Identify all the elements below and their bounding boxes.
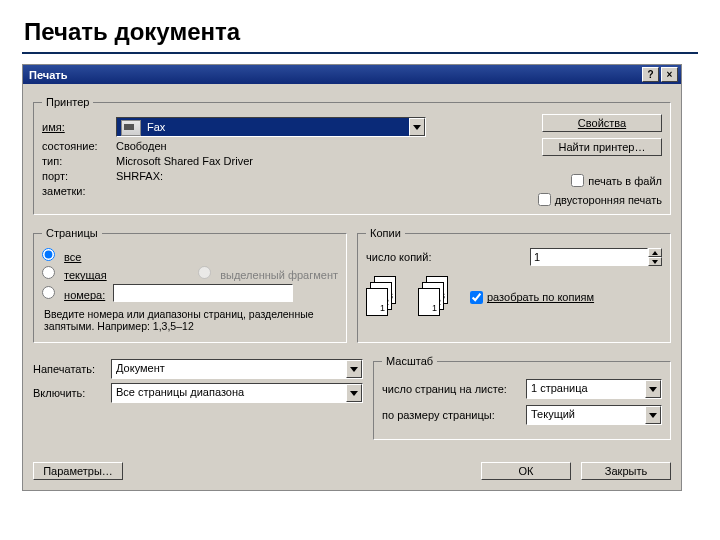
- pages-legend: Страницы: [42, 227, 102, 239]
- fit-label: по размеру страницы:: [382, 409, 526, 421]
- options-button[interactable]: Параметры…: [33, 462, 123, 480]
- print-to-file-checkbox[interactable]: печать в файл: [571, 174, 662, 187]
- copies-group: Копии число копий: 3 2 1: [357, 227, 671, 343]
- copies-legend: Копии: [366, 227, 405, 239]
- per-sheet-label: число страниц на листе:: [382, 383, 526, 395]
- pages-all-input[interactable]: [42, 248, 55, 261]
- close-dialog-button[interactable]: Закрыть: [581, 462, 671, 480]
- pages-all-radio[interactable]: все: [42, 248, 81, 263]
- include-label: Включить:: [33, 387, 111, 399]
- collate-label: разобрать по копиям: [487, 291, 594, 303]
- copies-num-field[interactable]: [530, 248, 648, 266]
- help-button[interactable]: ?: [642, 67, 659, 82]
- duplex-label: двусторонняя печать: [555, 194, 662, 206]
- pages-current-input[interactable]: [42, 266, 55, 279]
- properties-button[interactable]: Свойства: [542, 114, 662, 132]
- pages-numbers-field[interactable]: [113, 284, 293, 302]
- spin-down-icon[interactable]: [648, 257, 662, 266]
- spin-up-icon[interactable]: [648, 248, 662, 257]
- printer-type-value: Microsoft Shared Fax Driver: [116, 155, 253, 167]
- close-button[interactable]: ×: [661, 67, 678, 82]
- printer-port-value: SHRFAX:: [116, 170, 163, 182]
- pages-all-label: все: [64, 251, 81, 263]
- page-icon: 1: [418, 288, 440, 316]
- pages-current-radio[interactable]: текущая: [42, 266, 107, 281]
- print-to-file-input[interactable]: [571, 174, 584, 187]
- slide-title: Печать документа: [0, 0, 720, 52]
- pages-selection-label: выделенный фрагмент: [220, 269, 338, 281]
- pages-current-label: текущая: [64, 269, 107, 281]
- printwhat-dropdown[interactable]: Документ: [111, 359, 363, 379]
- collate-preview-1: 3 2 1: [366, 276, 404, 318]
- find-printer-button[interactable]: Найти принтер…: [542, 138, 662, 156]
- chevron-down-icon[interactable]: [645, 380, 661, 398]
- printer-group: Принтер имя: Fax состояние: Свободен: [33, 96, 671, 215]
- printer-icon: [121, 120, 139, 134]
- ok-button[interactable]: ОК: [481, 462, 571, 480]
- fit-dropdown[interactable]: Текущий: [526, 405, 662, 425]
- print-dialog: Печать ? × Принтер имя: Fax: [22, 64, 682, 491]
- copies-num-label: число копий:: [366, 251, 431, 263]
- printer-name-dropdown[interactable]: Fax: [116, 117, 426, 137]
- printer-status-label: состояние:: [42, 140, 116, 152]
- per-sheet-dropdown[interactable]: 1 страница: [526, 379, 662, 399]
- printwhat-label: Напечатать:: [33, 363, 111, 375]
- dialog-title: Печать: [29, 69, 67, 81]
- chevron-down-icon[interactable]: [346, 384, 362, 402]
- collate-checkbox[interactable]: разобрать по копиям: [470, 291, 594, 304]
- pages-hint: Введите номера или диапазоны страниц, ра…: [44, 308, 336, 332]
- pages-numbers-radio[interactable]: номера:: [42, 286, 105, 301]
- dialog-titlebar: Печать ? ×: [23, 65, 681, 84]
- include-value: Все страницы диапазона: [112, 384, 346, 402]
- chevron-down-icon[interactable]: [645, 406, 661, 424]
- pages-group: Страницы все текущая выделенный фрагмент: [33, 227, 347, 343]
- collate-input[interactable]: [470, 291, 483, 304]
- duplex-input[interactable]: [538, 193, 551, 206]
- include-dropdown[interactable]: Все страницы диапазона: [111, 383, 363, 403]
- printer-status-value: Свободен: [116, 140, 167, 152]
- title-rule: [22, 52, 698, 54]
- copies-spin[interactable]: [648, 248, 662, 266]
- print-to-file-label: печать в файл: [588, 175, 662, 187]
- pages-selection-input: [198, 266, 211, 279]
- printer-notes-label: заметки:: [42, 185, 116, 197]
- printer-legend: Принтер: [42, 96, 93, 108]
- printer-name-label: имя:: [42, 121, 116, 133]
- page-icon: 1: [366, 288, 388, 316]
- scale-group: Масштаб число страниц на листе: 1 страни…: [373, 355, 671, 440]
- scale-legend: Масштаб: [382, 355, 437, 367]
- chevron-down-icon[interactable]: [346, 360, 362, 378]
- duplex-checkbox[interactable]: двусторонняя печать: [538, 193, 662, 206]
- per-sheet-value: 1 страница: [527, 380, 645, 398]
- fit-value: Текущий: [527, 406, 645, 424]
- printer-port-label: порт:: [42, 170, 116, 182]
- pages-numbers-input[interactable]: [42, 286, 55, 299]
- pages-selection-radio: выделенный фрагмент: [198, 266, 338, 281]
- printwhat-value: Документ: [112, 360, 346, 378]
- chevron-down-icon[interactable]: [409, 118, 425, 136]
- printer-name-value: Fax: [143, 121, 409, 133]
- pages-numbers-label: номера:: [64, 289, 105, 301]
- collate-preview-2: 3 2 1: [418, 276, 456, 318]
- printer-type-label: тип:: [42, 155, 116, 167]
